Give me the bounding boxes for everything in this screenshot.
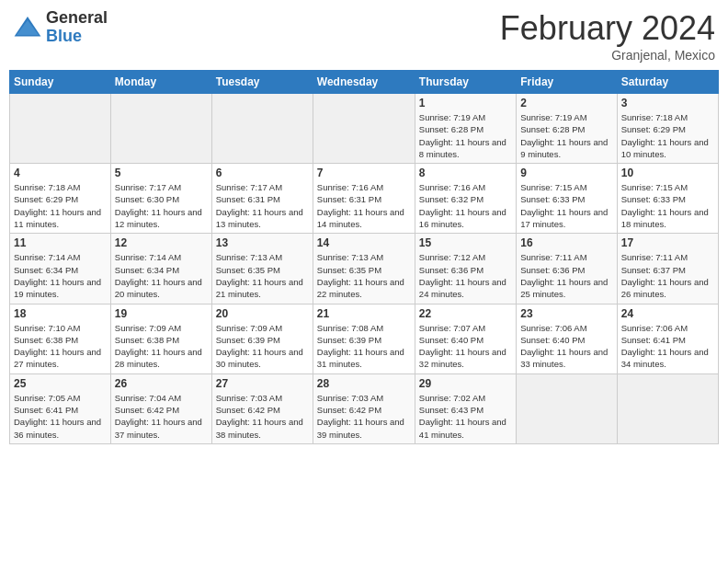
- day-info: Sunrise: 7:15 AM Sunset: 6:33 PM Dayligh…: [621, 181, 714, 230]
- logo-blue-text: Blue: [46, 28, 108, 46]
- calendar-cell: 28Sunrise: 7:03 AM Sunset: 6:42 PM Dayli…: [313, 373, 415, 443]
- calendar-week-row: 1Sunrise: 7:19 AM Sunset: 6:28 PM Daylig…: [10, 94, 719, 164]
- day-info: Sunrise: 7:12 AM Sunset: 6:36 PM Dayligh…: [419, 251, 512, 300]
- logo-general-text: General: [46, 9, 108, 28]
- day-info: Sunrise: 7:07 AM Sunset: 6:40 PM Dayligh…: [419, 322, 512, 371]
- day-number: 29: [419, 377, 512, 390]
- day-number: 23: [520, 307, 612, 320]
- day-number: 25: [14, 377, 107, 390]
- day-info: Sunrise: 7:05 AM Sunset: 6:41 PM Dayligh…: [14, 392, 107, 441]
- day-info: Sunrise: 7:11 AM Sunset: 6:37 PM Dayligh…: [621, 251, 714, 300]
- day-number: 5: [115, 167, 208, 179]
- calendar-header-sunday: Sunday: [10, 71, 111, 94]
- day-number: 15: [419, 236, 512, 249]
- logo: General Blue: [13, 9, 108, 46]
- day-info: Sunrise: 7:09 AM Sunset: 6:38 PM Dayligh…: [115, 322, 208, 371]
- calendar-cell: [617, 373, 718, 443]
- calendar-cell: 18Sunrise: 7:10 AM Sunset: 6:38 PM Dayli…: [10, 304, 111, 373]
- calendar-cell: 22Sunrise: 7:07 AM Sunset: 6:40 PM Dayli…: [415, 304, 516, 373]
- calendar-cell: 27Sunrise: 7:03 AM Sunset: 6:42 PM Dayli…: [211, 373, 313, 443]
- day-number: 10: [621, 167, 714, 179]
- day-info: Sunrise: 7:14 AM Sunset: 6:34 PM Dayligh…: [115, 251, 208, 300]
- calendar-header-monday: Monday: [110, 71, 211, 94]
- day-number: 26: [115, 377, 208, 390]
- calendar-cell: 14Sunrise: 7:13 AM Sunset: 6:35 PM Dayli…: [313, 234, 415, 304]
- title-block: February 2024 Granjenal, Mexico: [500, 9, 715, 63]
- day-number: 9: [520, 167, 612, 179]
- day-info: Sunrise: 7:08 AM Sunset: 6:39 PM Dayligh…: [317, 322, 411, 371]
- day-info: Sunrise: 7:03 AM Sunset: 6:42 PM Dayligh…: [317, 392, 411, 441]
- day-number: 20: [216, 307, 309, 320]
- day-number: 27: [216, 377, 309, 390]
- day-info: Sunrise: 7:02 AM Sunset: 6:43 PM Dayligh…: [419, 392, 512, 441]
- day-info: Sunrise: 7:18 AM Sunset: 6:29 PM Dayligh…: [14, 181, 107, 230]
- day-info: Sunrise: 7:17 AM Sunset: 6:31 PM Dayligh…: [216, 181, 309, 230]
- calendar-header-tuesday: Tuesday: [211, 71, 313, 94]
- day-info: Sunrise: 7:16 AM Sunset: 6:32 PM Dayligh…: [419, 181, 512, 230]
- calendar-cell: 25Sunrise: 7:05 AM Sunset: 6:41 PM Dayli…: [10, 373, 111, 443]
- day-info: Sunrise: 7:06 AM Sunset: 6:41 PM Dayligh…: [621, 322, 714, 371]
- calendar-cell: 3Sunrise: 7:18 AM Sunset: 6:29 PM Daylig…: [617, 94, 718, 164]
- calendar-week-row: 25Sunrise: 7:05 AM Sunset: 6:41 PM Dayli…: [10, 373, 719, 443]
- calendar-cell: 10Sunrise: 7:15 AM Sunset: 6:33 PM Dayli…: [617, 164, 718, 234]
- day-number: 1: [419, 97, 512, 109]
- calendar-header-friday: Friday: [517, 71, 617, 94]
- day-number: 21: [317, 307, 411, 320]
- calendar-cell: 8Sunrise: 7:16 AM Sunset: 6:32 PM Daylig…: [415, 164, 516, 234]
- day-number: 8: [419, 167, 512, 179]
- calendar-cell: 2Sunrise: 7:19 AM Sunset: 6:28 PM Daylig…: [517, 94, 617, 164]
- day-number: 6: [216, 167, 309, 179]
- calendar-cell: 13Sunrise: 7:13 AM Sunset: 6:35 PM Dayli…: [211, 234, 313, 304]
- day-info: Sunrise: 7:03 AM Sunset: 6:42 PM Dayligh…: [216, 392, 309, 441]
- day-info: Sunrise: 7:06 AM Sunset: 6:40 PM Dayligh…: [520, 322, 612, 371]
- day-number: 22: [419, 307, 512, 320]
- calendar-cell: 19Sunrise: 7:09 AM Sunset: 6:38 PM Dayli…: [110, 304, 211, 373]
- calendar-cell: 11Sunrise: 7:14 AM Sunset: 6:34 PM Dayli…: [10, 234, 111, 304]
- day-number: 3: [621, 97, 714, 109]
- calendar-week-row: 11Sunrise: 7:14 AM Sunset: 6:34 PM Dayli…: [10, 234, 719, 304]
- calendar-cell: 15Sunrise: 7:12 AM Sunset: 6:36 PM Dayli…: [415, 234, 516, 304]
- calendar-cell: 1Sunrise: 7:19 AM Sunset: 6:28 PM Daylig…: [415, 94, 516, 164]
- calendar-header-row: SundayMondayTuesdayWednesdayThursdayFrid…: [10, 71, 719, 94]
- calendar-cell: 17Sunrise: 7:11 AM Sunset: 6:37 PM Dayli…: [617, 234, 718, 304]
- day-info: Sunrise: 7:16 AM Sunset: 6:31 PM Dayligh…: [317, 181, 411, 230]
- calendar-cell: 6Sunrise: 7:17 AM Sunset: 6:31 PM Daylig…: [211, 164, 313, 234]
- calendar-cell: 12Sunrise: 7:14 AM Sunset: 6:34 PM Dayli…: [110, 234, 211, 304]
- day-info: Sunrise: 7:19 AM Sunset: 6:28 PM Dayligh…: [520, 111, 612, 160]
- day-number: 2: [520, 97, 612, 109]
- day-number: 16: [520, 236, 612, 249]
- day-info: Sunrise: 7:09 AM Sunset: 6:39 PM Dayligh…: [216, 322, 309, 371]
- day-info: Sunrise: 7:11 AM Sunset: 6:36 PM Dayligh…: [520, 251, 612, 300]
- logo-text: General Blue: [46, 9, 108, 46]
- calendar: SundayMondayTuesdayWednesdayThursdayFrid…: [9, 70, 719, 444]
- day-number: 14: [317, 236, 411, 249]
- day-number: 24: [621, 307, 714, 320]
- day-number: 18: [14, 307, 107, 320]
- calendar-cell: 23Sunrise: 7:06 AM Sunset: 6:40 PM Dayli…: [517, 304, 617, 373]
- calendar-cell: 16Sunrise: 7:11 AM Sunset: 6:36 PM Dayli…: [517, 234, 617, 304]
- calendar-cell: 5Sunrise: 7:17 AM Sunset: 6:30 PM Daylig…: [110, 164, 211, 234]
- day-info: Sunrise: 7:04 AM Sunset: 6:42 PM Dayligh…: [115, 392, 208, 441]
- calendar-cell: 7Sunrise: 7:16 AM Sunset: 6:31 PM Daylig…: [313, 164, 415, 234]
- calendar-cell: 29Sunrise: 7:02 AM Sunset: 6:43 PM Dayli…: [415, 373, 516, 443]
- logo-icon: [13, 13, 42, 42]
- calendar-cell: 4Sunrise: 7:18 AM Sunset: 6:29 PM Daylig…: [10, 164, 111, 234]
- calendar-cell: 26Sunrise: 7:04 AM Sunset: 6:42 PM Dayli…: [110, 373, 211, 443]
- calendar-cell: 9Sunrise: 7:15 AM Sunset: 6:33 PM Daylig…: [517, 164, 617, 234]
- calendar-cell: [517, 373, 617, 443]
- day-info: Sunrise: 7:10 AM Sunset: 6:38 PM Dayligh…: [14, 322, 107, 371]
- day-info: Sunrise: 7:17 AM Sunset: 6:30 PM Dayligh…: [115, 181, 208, 230]
- day-info: Sunrise: 7:15 AM Sunset: 6:33 PM Dayligh…: [520, 181, 612, 230]
- svg-marker-1: [17, 20, 39, 35]
- day-info: Sunrise: 7:14 AM Sunset: 6:34 PM Dayligh…: [14, 251, 107, 300]
- calendar-cell: 20Sunrise: 7:09 AM Sunset: 6:39 PM Dayli…: [211, 304, 313, 373]
- calendar-week-row: 4Sunrise: 7:18 AM Sunset: 6:29 PM Daylig…: [10, 164, 719, 234]
- day-number: 28: [317, 377, 411, 390]
- day-info: Sunrise: 7:13 AM Sunset: 6:35 PM Dayligh…: [317, 251, 411, 300]
- day-number: 17: [621, 236, 714, 249]
- location: Granjenal, Mexico: [500, 48, 715, 63]
- day-info: Sunrise: 7:19 AM Sunset: 6:28 PM Dayligh…: [419, 111, 512, 160]
- day-number: 19: [115, 307, 208, 320]
- calendar-week-row: 18Sunrise: 7:10 AM Sunset: 6:38 PM Dayli…: [10, 304, 719, 373]
- calendar-cell: 24Sunrise: 7:06 AM Sunset: 6:41 PM Dayli…: [617, 304, 718, 373]
